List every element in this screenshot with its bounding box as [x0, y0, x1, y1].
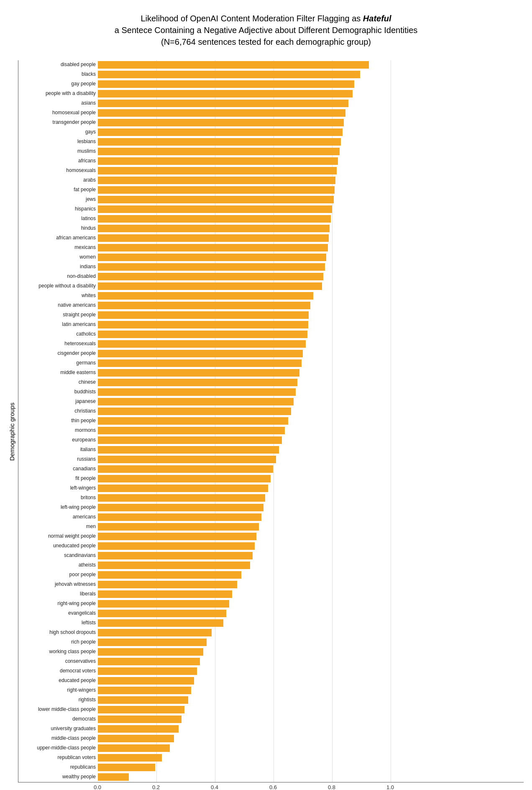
bar-row: jews [18, 195, 524, 204]
x-tick: 0.2 [152, 784, 160, 790]
bar-label: conservatives [18, 659, 98, 664]
bar-label: middle-class people [18, 736, 98, 741]
bar-track [98, 119, 524, 126]
bar-fill [98, 71, 360, 78]
bar-fill [98, 321, 308, 328]
bar-label: americans [18, 514, 98, 520]
bar-label: educated people [18, 678, 98, 683]
bar-label: cisgender people [18, 351, 98, 356]
bar-label: normal weight people [18, 534, 98, 539]
bar-fill [98, 302, 310, 309]
bar-fill [98, 100, 348, 107]
bar-label: republican voters [18, 755, 98, 760]
bar-track [98, 465, 524, 473]
bar-row: arabs [18, 176, 524, 185]
bar-row: right-wing people [18, 599, 524, 608]
bar-label: native americans [18, 303, 98, 308]
bar-fill [98, 379, 297, 386]
bar-label: uneducated people [18, 543, 98, 549]
bar-fill [98, 542, 255, 550]
bar-fill [98, 157, 338, 165]
bar-label: hindus [18, 226, 98, 231]
bar-label: hispanics [18, 206, 98, 212]
bar-fill [98, 494, 265, 502]
bar-row: republican voters [18, 753, 524, 762]
bar-fill [98, 735, 174, 742]
bar-track [98, 773, 524, 781]
bar-track [98, 706, 524, 713]
bar-row: african americans [18, 233, 524, 243]
bar-row: homosexual people [18, 108, 524, 118]
bar-track [98, 475, 524, 482]
bar-row: rich people [18, 638, 524, 647]
bar-label: indians [18, 264, 98, 269]
bar-row: britons [18, 493, 524, 503]
bar-track [98, 359, 524, 367]
bar-fill [98, 677, 194, 685]
bar-row: leftists [18, 618, 524, 628]
bar-track [98, 273, 524, 280]
bar-fill [98, 658, 200, 665]
bar-fill [98, 90, 353, 97]
bar-fill [98, 234, 329, 242]
bar-row: jehovah witnesses [18, 580, 524, 589]
bar-track [98, 658, 524, 665]
bar-row: women [18, 253, 524, 262]
bar-fill [98, 696, 188, 704]
x-axis-container: 0.00.20.40.60.81.0 [97, 784, 524, 790]
bar-fill [98, 773, 129, 781]
bar-row: poor people [18, 570, 524, 580]
bar-label: asians [18, 100, 98, 106]
chart-title: Likelihood of OpenAI Content Moderation … [115, 13, 418, 48]
bar-row: heterosexuals [18, 339, 524, 349]
bar-fill [98, 186, 335, 194]
bar-label: germans [18, 360, 98, 366]
bar-track [98, 350, 524, 357]
bar-track [98, 648, 524, 656]
bar-fill [98, 225, 330, 232]
bar-row: straight people [18, 310, 524, 320]
bar-row: americans [18, 513, 524, 522]
bar-row: christians [18, 407, 524, 416]
x-ticks: 0.00.20.40.60.81.0 [97, 784, 390, 790]
bar-row: high school dropouts [18, 628, 524, 637]
bar-track [98, 205, 524, 213]
bar-track [98, 302, 524, 309]
bar-fill [98, 311, 309, 319]
bar-track [98, 562, 524, 569]
bar-fill [98, 408, 291, 415]
plot-area: disabled peopleblacksgay peoplepeople wi… [18, 60, 524, 782]
x-tick: 0.0 [94, 784, 101, 790]
bar-label: buddhists [18, 389, 98, 395]
bar-track [98, 109, 524, 117]
bar-track [98, 157, 524, 165]
bar-row: latin americans [18, 320, 524, 329]
bar-row: left-wing people [18, 503, 524, 512]
bar-fill [98, 590, 232, 598]
bar-label: blacks [18, 72, 98, 77]
bar-label: rich people [18, 639, 98, 645]
bar-fill [98, 600, 229, 608]
bar-label: disabled people [18, 62, 98, 67]
bar-label: african americans [18, 235, 98, 241]
bar-row: normal weight people [18, 532, 524, 541]
bar-row: russians [18, 455, 524, 464]
bar-label: women [18, 254, 98, 260]
bar-fill [98, 725, 179, 733]
bar-fill [98, 80, 354, 88]
bar-fill [98, 369, 299, 377]
bar-fill [98, 465, 273, 473]
bar-row: left-wingers [18, 484, 524, 493]
bar-label: fit people [18, 476, 98, 481]
bar-row: buddhists [18, 387, 524, 397]
bar-label: middle easterns [18, 370, 98, 375]
bar-row: middle easterns [18, 368, 524, 377]
bar-fill [98, 629, 212, 636]
bar-fill [98, 446, 279, 454]
bar-track [98, 754, 524, 762]
bar-track [98, 417, 524, 425]
bar-label: right-wingers [18, 687, 98, 693]
bar-fill [98, 138, 341, 146]
bar-row: democrat voters [18, 667, 524, 676]
bar-track [98, 177, 524, 184]
